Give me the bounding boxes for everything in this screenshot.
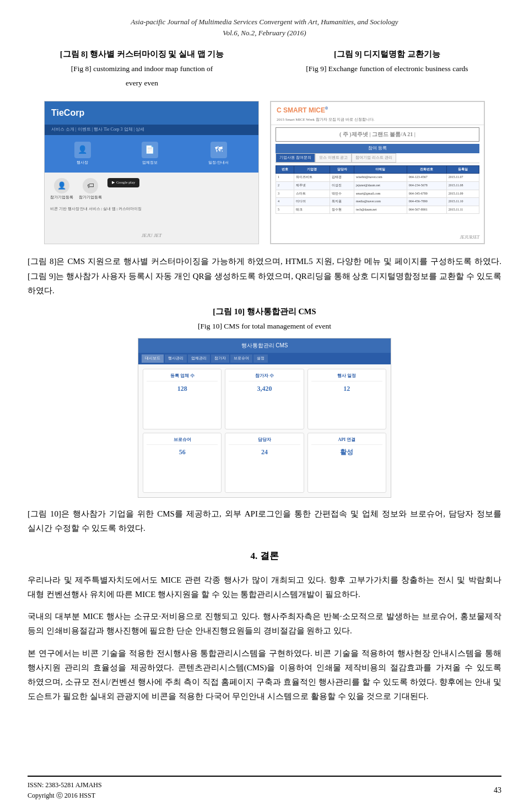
table-cell: 2015.11.10 [446, 198, 479, 206]
cms-card-title: API 연결 [311, 437, 382, 445]
table-cell: 스마트 [294, 190, 330, 198]
cms-stat-card: 담당자 24 [225, 433, 304, 493]
fig8-title-block: [그림 8] 행사별 커스터마이징 및 실내 맵 기능 [Fig 8] cust… [28, 48, 256, 91]
page-number: 43 [494, 784, 501, 797]
table-cell: 최지원 [330, 198, 354, 206]
cms-card-value: 12 [311, 384, 382, 394]
tiecorp-bottom-icon-1: 👤 참가기업등록 [50, 178, 73, 201]
tiecorp-bottom-icons: 👤 참가기업등록 🏷 참가기업등록 ▶ Google play [50, 178, 253, 201]
journal-title: Asia-pacific Journal of Multimedia Servi… [28, 17, 501, 28]
body-text-1: [그림 8]은 CMS 지원으로 행사별 커스터마이징을 가능하게 하였으며, … [28, 254, 501, 298]
tab-company[interactable]: 기업사원 참여문의 [276, 153, 315, 163]
smartmice-register: 참여 등록 [276, 144, 479, 153]
table-cell: tech@daum.net [354, 206, 407, 214]
smartmice-table: 번호 기업명 담당자 이메일 전화번호 등록일 1와이즈비트김태경wisebit… [276, 165, 479, 214]
cms-nav-company[interactable]: 업체관리 [188, 354, 210, 363]
table-cell: 2015.11.11 [446, 206, 479, 214]
tiecorp-badge-icon: 🏷 [83, 178, 98, 193]
cms-card-value: 24 [229, 447, 300, 458]
smartmice-mockup: C SMART MICE® 2015 Smart MICE Week 참가자 모… [271, 101, 484, 244]
col-no: 번호 [276, 165, 294, 174]
table-cell: 김태경 [330, 174, 354, 182]
google-play-button[interactable]: ▶ Google play [107, 178, 139, 187]
tiecorp-reg-icon: 👤 [54, 178, 69, 193]
fig9-title-ko: [그림 9] 디지털명함 교환기능 [273, 48, 501, 61]
cms-card-title: 등록 업체 수 [147, 373, 218, 381]
cms-nav[interactable]: 대시보드 행사관리 업체관리 참가자 브로슈어 설정 [138, 353, 391, 364]
tiecorp-mockup: TieCorp 서비스 소개 | 이벤트 | 행사 Tie Corp 3 업체 … [45, 101, 258, 244]
tiecorp-bottom-icon-3: ▶ Google play [107, 178, 139, 201]
table-cell: media@naver.com [354, 198, 407, 206]
table-cell: 064-456-7890 [407, 198, 446, 206]
cms-stat-card: 참가자 수 3,420 [225, 369, 304, 429]
tab-list[interactable]: 참여기업 리스트 관리 [352, 153, 396, 163]
cms-stat-card: 등록 업체 수 128 [143, 369, 222, 429]
table-cell: 064-345-6789 [407, 190, 446, 198]
cms-nav-dashboard[interactable]: 대시보드 [142, 354, 164, 363]
cms-card-value: 활성 [311, 447, 382, 458]
smartmice-logo: C SMART MICE® [277, 105, 478, 116]
table-cell: smart@gmail.com [354, 190, 407, 198]
cms-nav-settings[interactable]: 설정 [253, 354, 268, 363]
cms-cards-grid: 등록 업체 수 128 참가자 수 3,420 행사 일정 12 브로슈어 56… [138, 364, 391, 497]
footer-left: ISSN: 2383-5281 AJMAHS Copyright ⓒ 2016 … [28, 780, 102, 801]
table-cell: 2015.11.07 [446, 174, 479, 182]
table-cell: wisebit@naver.com [354, 174, 407, 182]
table-cell: 박민수 [330, 190, 354, 198]
tiecorp-reg-label-2: 참가기업등록 [79, 195, 102, 201]
table-cell: 2 [276, 181, 294, 190]
tab-event[interactable]: 모스 이벤트 공고 [315, 153, 352, 163]
tiecorp-icon-label-1: 행사장 [77, 160, 88, 166]
tiecorp-reg-label-1: 참가기업등록 [50, 195, 73, 201]
cms-nav-event[interactable]: 행사관리 [165, 354, 187, 363]
section4-para3: 본 연구에서는 비콘 기술을 적용한 전시행사용 통합관리시스템을 구현하였다.… [28, 646, 501, 704]
tiecorp-brand: TieCorp [45, 101, 258, 125]
cms-nav-brochure[interactable]: 브로슈어 [230, 354, 252, 363]
tiecorp-icon-1: 👤 행사장 [74, 142, 91, 166]
table-row: 1와이즈비트김태경wisebit@naver.com064-123-456720… [276, 174, 479, 182]
fig8-title-ko: [그림 8] 행사별 커스터마이징 및 실내 맵 기능 [28, 48, 256, 61]
section4-title: 4. 결론 [28, 548, 501, 563]
jeju-logo: JEJU JET [142, 232, 162, 239]
footer-issn: ISSN: 2383-5281 AJMAHS [28, 780, 102, 791]
fig9-title-block: [그림 9] 디지털명함 교환기능 [Fig 9] Exchange funct… [273, 48, 501, 91]
tiecorp-icon-3: 🗺 일정/안내서 [208, 142, 229, 166]
figures-row: TieCorp 서비스 소개 | 이벤트 | 행사 Tie Corp 3 업체 … [28, 101, 501, 244]
table-cell: 064-567-8901 [407, 206, 446, 214]
smartmice-section: ( 주 )제주넷 | 그랜드 볼룸/A 21 | [276, 127, 479, 142]
fig10-section: [그림 10] 행사통합관리 CMS [Fig 10] CMS for tota… [28, 305, 501, 498]
cms-stat-card: 행사 일정 12 [307, 369, 386, 429]
cms-card-value: 128 [147, 384, 218, 394]
cms-stat-card: API 연결 활성 [307, 433, 386, 493]
tiecorp-description: 비콘 기반 행사장 안내 서비스 | 실내 맵 | 커스터마이징 [50, 205, 253, 213]
table-cell: 2015.11.09 [446, 190, 479, 198]
tiecorp-icon-map: 🗺 [210, 142, 227, 158]
table-cell: 제주넷 [294, 181, 330, 190]
cms-card-title: 참가자 수 [229, 373, 300, 381]
tiecorp-icons: 👤 행사장 📄 업체정보 🗺 일정/안내서 [45, 135, 258, 173]
table-row: 2제주넷이성진jejunet@daum.net064-234-56782015.… [276, 181, 479, 190]
fig8-title-en-line2: every even [28, 77, 256, 89]
cms-nav-participant[interactable]: 참가자 [211, 354, 229, 363]
table-cell: 5 [276, 206, 294, 214]
table-cell: jejunet@daum.net [354, 181, 407, 190]
smartmice-tabs[interactable]: 기업사원 참여문의 모스 이벤트 공고 참여기업 리스트 관리 [276, 153, 479, 163]
cms-topbar: 행사통합관리 CMS [138, 338, 391, 353]
smartmice-footer: JEJURJET [460, 234, 479, 241]
fig9-image: C SMART MICE® 2015 Smart MICE Week 참가자 모… [270, 101, 485, 244]
fig8-image: TieCorp 서비스 소개 | 이벤트 | 행사 Tie Corp 3 업체 … [44, 101, 259, 244]
col-manager: 담당자 [330, 165, 354, 174]
smartmice-c-icon: C [277, 106, 283, 114]
table-cell: 064-123-4567 [407, 174, 446, 182]
table-cell: 이성진 [330, 181, 354, 190]
table-cell: 2015.11.08 [446, 181, 479, 190]
cms-card-value: 56 [147, 447, 218, 458]
tiecorp-icon-label-3: 일정/안내서 [208, 160, 229, 166]
smartmice-header: C SMART MICE® 2015 Smart MICE Week 참가자 모… [271, 102, 484, 125]
section4-para2: 국내의 대부분 MICE 행사는 소규모·저비용으로 진행되고 있다. 행사주최… [28, 609, 501, 638]
table-cell: 1 [276, 174, 294, 182]
table-row: 5테크정수현tech@daum.net064-567-89012015.11.1… [276, 206, 479, 214]
col-date: 등록일 [446, 165, 479, 174]
tiecorp-bottom-icon-2: 🏷 참가기업등록 [79, 178, 102, 201]
table-cell: 와이즈비트 [294, 174, 330, 182]
